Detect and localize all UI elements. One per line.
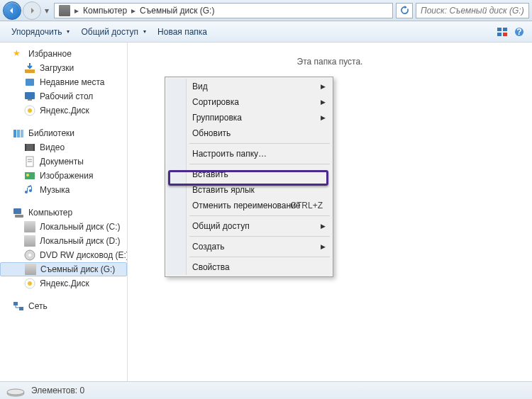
computer-header[interactable]: Компьютер <box>0 206 127 220</box>
share-button[interactable]: Общий доступ <box>75 24 152 40</box>
drive-icon <box>6 383 26 398</box>
sidebar-item-yadisk-drive[interactable]: Яндекс.Диск <box>0 276 127 291</box>
dvd-icon <box>24 249 35 261</box>
menu-paste[interactable]: Вставить <box>167 167 331 182</box>
svg-rect-16 <box>25 144 26 151</box>
svg-rect-7 <box>26 79 34 86</box>
sidebar-item-recent[interactable]: Недавние места <box>0 75 127 89</box>
view-options-button[interactable] <box>495 25 509 39</box>
svg-point-22 <box>26 174 29 176</box>
recent-icon <box>24 77 35 88</box>
search-input[interactable] <box>421 6 524 16</box>
breadcrumb-computer[interactable]: Компьютер <box>80 6 130 16</box>
menu-group[interactable]: Группировка▶ <box>167 110 331 125</box>
back-button[interactable] <box>3 1 21 20</box>
forward-button[interactable] <box>23 1 41 20</box>
breadcrumb-drive[interactable]: Съемный диск (G:) <box>137 6 217 16</box>
refresh-button[interactable] <box>396 3 413 18</box>
svg-point-26 <box>28 254 31 257</box>
menu-label: Обновить <box>192 128 231 138</box>
empty-folder-message: Эта папка пуста. <box>139 57 521 67</box>
drive-icon <box>24 221 35 232</box>
menu-paste-shortcut[interactable]: Вставить ярлык <box>167 182 331 198</box>
menu-refresh[interactable]: Обновить <box>167 125 331 141</box>
sidebar-item-yadisk[interactable]: Яндекс.Диск <box>0 103 127 118</box>
organize-button[interactable]: Упорядочить <box>6 24 75 40</box>
svg-rect-6 <box>25 69 35 73</box>
history-dropdown[interactable]: ▾ <box>43 6 51 16</box>
item-label: Локальный диск (C:) <box>40 222 121 232</box>
sidebar-item-drive-c[interactable]: Локальный диск (C:) <box>0 220 127 234</box>
svg-point-11 <box>28 108 32 113</box>
menu-sort[interactable]: Сортировка▶ <box>167 94 331 110</box>
menu-share[interactable]: Общий доступ▶ <box>167 218 331 234</box>
sidebar-item-pictures[interactable]: Изображения <box>0 169 127 183</box>
sidebar-item-video[interactable]: Видео <box>0 140 127 154</box>
view-icon <box>497 26 508 38</box>
help-icon: ? <box>514 27 524 37</box>
yandex-disk-icon <box>24 105 35 116</box>
toolbar: Упорядочить Общий доступ Новая папка ? <box>0 21 532 43</box>
new-folder-button[interactable]: Новая папка <box>152 24 213 40</box>
computer-label: Компьютер <box>28 208 72 218</box>
sidebar-item-drive-d[interactable]: Локальный диск (D:) <box>0 234 127 248</box>
network-group: Сеть <box>0 299 127 313</box>
menu-shortcut: CTRL+Z <box>290 201 323 210</box>
menu-separator <box>189 257 330 257</box>
favorites-header[interactable]: ★ Избранное <box>0 47 127 61</box>
arrow-right-icon <box>28 6 36 15</box>
navigation-pane[interactable]: ★ Избранное Загрузки Недавние места Рабо… <box>0 43 128 381</box>
sidebar-item-removable-g[interactable]: Съемный диск (G:) <box>0 262 127 276</box>
menu-label: Сортировка <box>192 97 239 107</box>
menu-label: Вставить ярлык <box>192 185 255 195</box>
sidebar-item-desktop[interactable]: Рабочий стол <box>0 89 127 103</box>
menu-create[interactable]: Создать▶ <box>167 239 331 254</box>
menu-separator <box>189 236 330 237</box>
item-label: Рабочий стол <box>40 91 93 101</box>
drive-icon <box>24 235 35 247</box>
item-label: Съемный диск (G:) <box>40 264 115 274</box>
svg-rect-0 <box>497 28 501 31</box>
pictures-icon <box>24 170 35 181</box>
item-label: Яндекс.Диск <box>40 106 89 116</box>
sidebar-item-dvd[interactable]: DVD RW дисковод (E:) <box>0 248 127 262</box>
sidebar-item-music[interactable]: Музыка <box>0 183 127 197</box>
libraries-header[interactable]: Библиотеки <box>0 126 127 140</box>
star-icon: ★ <box>13 48 24 60</box>
svg-text:?: ? <box>516 27 521 37</box>
menu-label: Общий доступ <box>192 221 250 231</box>
svg-rect-1 <box>503 28 507 31</box>
search-box[interactable] <box>416 3 529 18</box>
sidebar-item-documents[interactable]: Документы <box>0 154 127 169</box>
menu-undo-rename[interactable]: Отменить переименованиеCTRL+Z <box>167 198 331 213</box>
item-label: Изображения <box>40 171 93 181</box>
address-bar[interactable]: ▸ Компьютер ▸ Съемный диск (G:) <box>54 3 393 18</box>
menu-label: Свойства <box>192 262 230 272</box>
removable-drive-icon <box>25 264 36 275</box>
network-header[interactable]: Сеть <box>0 299 127 313</box>
submenu-arrow-icon: ▶ <box>321 114 326 121</box>
menu-customize-folder[interactable]: Настроить папку… <box>167 146 331 162</box>
menu-separator <box>189 143 330 144</box>
item-label: Документы <box>40 157 84 167</box>
submenu-arrow-icon: ▶ <box>321 99 326 106</box>
status-bar: Элементов: 0 <box>0 381 532 399</box>
item-label: Музыка <box>40 185 70 195</box>
breadcrumb-arrow[interactable]: ▸ <box>130 6 137 16</box>
menu-separator <box>189 164 330 164</box>
sidebar-item-downloads[interactable]: Загрузки <box>0 61 127 75</box>
computer-icon <box>13 207 24 218</box>
help-button[interactable]: ? <box>512 25 526 39</box>
item-label: Видео <box>40 142 65 152</box>
menu-properties[interactable]: Свойства <box>167 259 331 275</box>
computer-group: Компьютер Локальный диск (C:) Локальный … <box>0 206 127 291</box>
menu-label: Вставить <box>192 169 228 179</box>
desktop-icon <box>24 91 35 102</box>
menu-label: Отменить переименование <box>192 201 301 210</box>
breadcrumb-arrow[interactable]: ▸ <box>73 6 80 16</box>
svg-point-28 <box>28 281 32 286</box>
svg-rect-2 <box>497 33 501 36</box>
menu-view[interactable]: Вид▶ <box>167 79 331 94</box>
item-label: Локальный диск (D:) <box>40 236 121 246</box>
svg-rect-17 <box>33 144 35 151</box>
